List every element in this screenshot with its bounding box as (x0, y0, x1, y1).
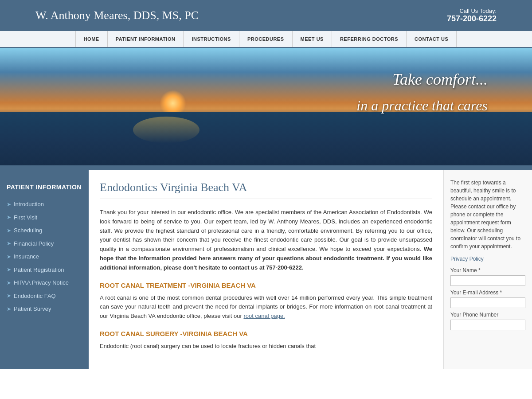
hero-line1: Take comfort... (356, 70, 488, 89)
sidebar-label-patient-survey: Patient Survey (14, 305, 51, 313)
right-panel-blurb: The first step towards a beautiful, heal… (450, 179, 525, 250)
sidebar-item-hipaa[interactable]: ➤ HIPAA Privacy Notice (0, 276, 89, 289)
intro-paragraph: Thank you for your interest in our endod… (100, 208, 432, 273)
sidebar-item-insurance[interactable]: ➤ Insurance (0, 250, 89, 263)
sidebar-item-first-visit[interactable]: ➤ First Visit (0, 211, 89, 224)
right-panel: The first step towards a beautiful, heal… (443, 170, 532, 369)
section1-title: ROOT CANAL TREATMENT -VIRGINIA BEACH VA (100, 282, 432, 289)
nav-instructions[interactable]: INSTRUCTIONS (184, 31, 239, 47)
arrow-icon: ➤ (7, 266, 11, 274)
section1-paragraph: A root canal is one of the most common d… (100, 293, 432, 321)
arrow-icon: ➤ (7, 279, 11, 287)
section2-text: Endodontic (root canal) surgery can be u… (100, 343, 316, 349)
nav-procedures[interactable]: PROCEDURES (239, 31, 293, 47)
email-label: Your E-mail Address * (450, 289, 525, 296)
sidebar-title: PATIENT INFORMATION (0, 179, 89, 198)
phone-input[interactable] (450, 320, 525, 330)
call-label: Call Us Today: (447, 8, 497, 14)
nav-patient-info[interactable]: PATIENT INFORMATION (108, 31, 184, 47)
sidebar-item-introduction[interactable]: ➤ Introduction (0, 198, 89, 211)
root-canal-link[interactable]: root canal page. (244, 313, 285, 319)
hero-text: Take comfort... in a practice that cares (356, 70, 488, 114)
arrow-icon: ➤ (7, 305, 11, 313)
contact-info: Call Us Today: 757-200-6222 (447, 8, 497, 23)
sidebar-item-patient-survey[interactable]: ➤ Patient Survey (0, 302, 89, 316)
sidebar-item-financial-policy[interactable]: ➤ Financial Policy (0, 237, 89, 250)
name-input[interactable] (450, 275, 525, 286)
sidebar-item-patient-registration[interactable]: ➤ Patient Registration (0, 263, 89, 277)
content-wrapper: PATIENT INFORMATION ➤ Introduction ➤ Fir… (0, 170, 532, 369)
sidebar-item-scheduling[interactable]: ➤ Scheduling (0, 224, 89, 237)
sidebar-label-faq: Endodontic FAQ (14, 292, 56, 301)
hero-line2: in a practice that cares (356, 98, 488, 114)
nav-contact-us[interactable]: CONTACT US (407, 31, 457, 47)
sidebar: PATIENT INFORMATION ➤ Introduction ➤ Fir… (0, 170, 89, 369)
section2-title: ROOT CANAL SURGERY -VIRGINIA BEACH VA (100, 330, 432, 337)
sidebar-label-first-visit: First Visit (14, 213, 37, 222)
privacy-policy-link[interactable]: Privacy Policy (450, 256, 525, 262)
hero-water (0, 112, 532, 170)
sidebar-label-insurance: Insurance (14, 252, 39, 261)
nav-meet-us[interactable]: MEET US (293, 31, 332, 47)
phone-label: Your Phone Number (450, 312, 525, 318)
phone-number: 757-200-6222 (447, 14, 497, 23)
arrow-icon: ➤ (7, 213, 11, 221)
main-nav: HOME PATIENT INFORMATION INSTRUCTIONS PR… (0, 31, 532, 48)
arrow-icon: ➤ (7, 200, 11, 208)
section2-paragraph: Endodontic (root canal) surgery can be u… (100, 342, 432, 351)
sidebar-item-faq[interactable]: ➤ Endodontic FAQ (0, 289, 89, 303)
site-title: W. Anthony Meares, DDS, MS, PC (35, 9, 199, 22)
name-label: Your Name * (450, 267, 525, 274)
sidebar-label-financial-policy: Financial Policy (14, 239, 54, 248)
sidebar-label-patient-registration: Patient Registration (14, 266, 64, 274)
sidebar-label-scheduling: Scheduling (14, 226, 42, 235)
page-title: Endodontics Virginia Beach VA (100, 181, 432, 199)
intro-text: Thank you for your interest in our endod… (100, 209, 432, 252)
sidebar-label-introduction: Introduction (14, 200, 44, 209)
main-content: Endodontics Virginia Beach VA Thank you … (89, 170, 443, 369)
nav-referring-doctors[interactable]: REFERRING DOCTORS (332, 31, 407, 47)
hero-overlay (0, 165, 532, 170)
arrow-icon: ➤ (7, 239, 11, 247)
arrow-icon: ➤ (7, 292, 11, 300)
hero-banner: Take comfort... in a practice that cares (0, 48, 532, 170)
arrow-icon: ➤ (7, 253, 11, 261)
arrow-icon: ➤ (7, 227, 11, 235)
sidebar-label-hipaa: HIPAA Privacy Notice (14, 278, 69, 287)
nav-home[interactable]: HOME (75, 31, 108, 47)
site-header: W. Anthony Meares, DDS, MS, PC Call Us T… (0, 0, 532, 31)
hero-reflection (133, 117, 200, 143)
email-input[interactable] (450, 297, 525, 308)
